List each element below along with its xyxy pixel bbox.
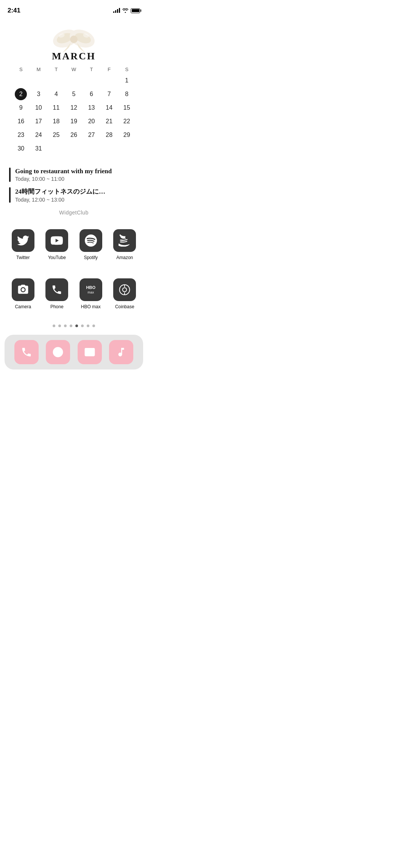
bow-decoration [12,24,136,54]
dock-music[interactable] [109,340,133,364]
event-content-2: 24時間フィットネスのジムに… Today, 12:00 ~ 13:00 [15,187,105,203]
event-bar-2 [9,187,11,203]
page-dot-7[interactable] [87,325,89,327]
phone-icon [45,278,68,301]
event-item-1[interactable]: Going to restaurant with my friend Today… [9,168,139,182]
cal-day-empty [47,142,65,155]
cal-header-tue: T [47,65,65,74]
cal-day-2[interactable]: 2 [12,87,30,101]
cal-day-empty [12,74,30,87]
cal-day-14[interactable]: 14 [100,101,118,115]
app-label-amazon: Amazon [116,255,133,260]
cal-header-fri: F [100,65,118,74]
app-item-youtube[interactable]: YouTube [40,223,74,266]
app-item-amazon[interactable]: Amazon [108,223,142,266]
coinbase-icon [113,278,136,301]
cal-day-4[interactable]: 4 [47,87,65,101]
cal-day-18[interactable]: 18 [47,115,65,128]
page-dot-1[interactable] [53,325,55,327]
cal-day-12[interactable]: 12 [65,101,83,115]
page-dots [0,318,148,332]
event-content: Going to restaurant with my friend Today… [15,168,112,182]
widgetclub-label: WidgetClub [0,210,148,216]
app-label-hbomax: HBO max [81,304,101,309]
svg-point-8 [123,288,127,292]
app-grid: Twitter YouTube Spotify Amazon [0,220,148,269]
page-dot-6[interactable] [81,325,84,327]
cal-day-28[interactable]: 28 [100,128,118,142]
cal-day-empty [83,74,100,87]
cal-day-13[interactable]: 13 [83,101,100,115]
cal-day-7[interactable]: 7 [100,87,118,101]
app-item-camera[interactable]: Camera [6,272,40,315]
page-dot-2[interactable] [58,325,61,327]
cal-day-9[interactable]: 9 [12,101,30,115]
app-item-spotify[interactable]: Spotify [74,223,108,266]
cal-day-15[interactable]: 15 [118,101,136,115]
svg-point-4 [70,36,78,43]
page-dot-5-active[interactable] [75,325,78,327]
wifi-icon [122,8,128,13]
cal-day-3[interactable]: 3 [30,87,48,101]
cal-day-20[interactable]: 20 [83,115,100,128]
dock [5,335,143,370]
dock-phone[interactable] [14,340,39,364]
cal-header-thu: T [83,65,100,74]
cal-day-5[interactable]: 5 [65,87,83,101]
app-item-hbomax[interactable]: HBOmax HBO max [74,272,108,315]
app-grid-row2: Camera Phone HBOmax HBO max Coinbase [0,269,148,318]
cal-day-6[interactable]: 6 [83,87,100,101]
cal-day-26[interactable]: 26 [65,128,83,142]
signal-icon [113,8,120,13]
twitter-icon [12,229,34,252]
calendar-headers: S M T W T F S 1 2 3 4 5 6 7 8 9 10 11 12… [12,65,136,155]
cal-day-empty [118,142,136,155]
youtube-icon [45,229,68,252]
cal-day-10[interactable]: 10 [30,101,48,115]
cal-day-empty [100,142,118,155]
cal-day-19[interactable]: 19 [65,115,83,128]
dock-safari[interactable] [46,340,70,364]
event-item-2[interactable]: 24時間フィットネスのジムに… Today, 12:00 ~ 13:00 [9,187,139,203]
page-dot-4[interactable] [70,325,72,327]
cal-day-27[interactable]: 27 [83,128,100,142]
events-section: Going to restaurant with my friend Today… [6,168,142,203]
cal-day-22[interactable]: 22 [118,115,136,128]
app-label-camera: Camera [15,304,31,309]
cal-day-30[interactable]: 30 [12,142,30,155]
cal-day-29[interactable]: 29 [118,128,136,142]
page-dot-3[interactable] [64,325,67,327]
cal-day-25[interactable]: 25 [47,128,65,142]
cal-day-16[interactable]: 16 [12,115,30,128]
app-item-twitter[interactable]: Twitter [6,223,40,266]
amazon-icon [113,229,136,252]
app-item-phone[interactable]: Phone [40,272,74,315]
battery-icon [131,8,140,13]
camera-icon [12,278,34,301]
app-label-twitter: Twitter [16,255,30,260]
cal-day-1[interactable]: 1 [118,74,136,87]
cal-day-17[interactable]: 17 [30,115,48,128]
page-dot-8[interactable] [92,325,95,327]
hbomax-icon: HBOmax [80,278,102,301]
app-item-coinbase[interactable]: Coinbase [108,272,142,315]
cal-header-sun: S [12,65,30,74]
event-time-1: Today, 10:00 ~ 11:00 [15,176,112,182]
cal-day-empty [47,74,65,87]
dock-mail[interactable] [78,340,102,364]
app-label-coinbase: Coinbase [115,304,134,309]
spotify-icon [80,229,102,252]
app-label-youtube: YouTube [48,255,66,260]
cal-day-empty [65,74,83,87]
cal-day-21[interactable]: 21 [100,115,118,128]
cal-header-wed: W [65,65,83,74]
cal-day-8[interactable]: 8 [118,87,136,101]
bow-icon [51,24,97,54]
cal-day-empty [100,74,118,87]
cal-day-11[interactable]: 11 [47,101,65,115]
cal-day-23[interactable]: 23 [12,128,30,142]
cal-day-31[interactable]: 31 [30,142,48,155]
cal-day-24[interactable]: 24 [30,128,48,142]
cal-header-sat: S [118,65,136,74]
app-label-phone: Phone [50,304,64,309]
